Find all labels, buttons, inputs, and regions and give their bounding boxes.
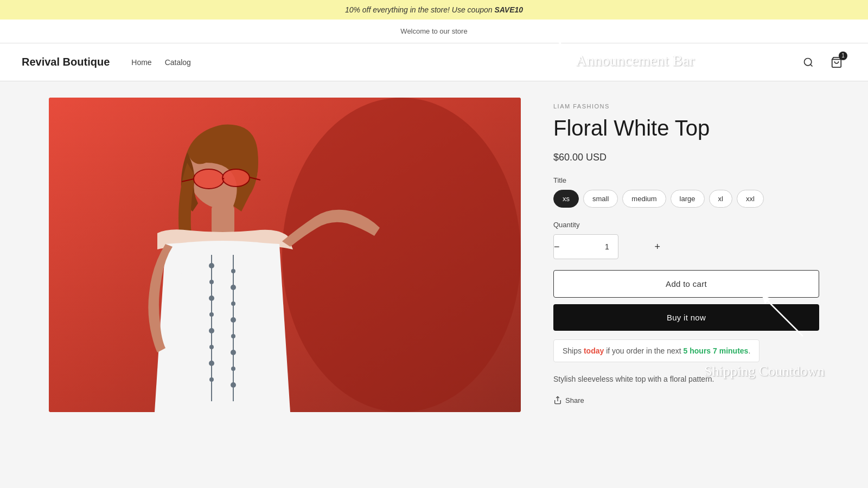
svg-point-17 [209,377,214,382]
search-button[interactable] [799,53,818,72]
svg-point-24 [231,367,235,371]
svg-line-28 [222,178,224,179]
title-option-label: Title [553,176,819,184]
quantity-increase-button[interactable]: + [655,235,661,259]
announcement-bar: 10% off everything in the store! Use cou… [0,0,868,20]
site-logo[interactable]: Revival Boutique [22,56,110,68]
size-btn-xxl[interactable]: xxl [737,190,764,208]
svg-point-21 [231,317,236,323]
svg-point-23 [231,350,236,355]
product-title: Floral White Top [553,115,819,141]
size-btn-medium[interactable]: medium [622,190,666,208]
size-btn-large[interactable]: large [671,190,705,208]
announcement-text: everything in the store! Use coupon [373,5,492,14]
cart-badge: 1 [839,52,847,60]
quantity-decrease-button[interactable]: − [554,235,560,259]
main-content: LIAM FASHIONS Floral White Top $60.00 US… [27,81,841,428]
nav-catalog[interactable]: Catalog [165,58,191,67]
shipping-timer: 5 hours 7 minutes [684,346,749,355]
quantity-control: − + [553,234,618,259]
nav-home[interactable]: Home [131,58,151,67]
announcement-coupon: SAVE10 [494,5,523,14]
svg-line-2 [810,64,813,66]
svg-point-12 [209,296,214,301]
size-btn-xs[interactable]: xs [553,190,579,208]
size-options: xs small medium large xl xxl [553,190,819,208]
svg-point-13 [209,312,214,317]
quantity-label: Quantity [553,221,819,229]
product-price: $60.00 USD [553,152,819,163]
svg-point-20 [231,301,235,306]
header-wrapper: Welcome to our store Announcement Bar Re… [0,20,868,81]
welcome-bar: Welcome to our store [0,20,868,43]
shipping-countdown-annotation: Shipping Countdown [704,363,825,380]
page-wrapper: 10% off everything in the store! Use cou… [0,0,868,428]
shipping-text-2: if you order in the next [606,346,681,355]
shipping-text-1: Ships [563,346,582,355]
header-actions: 1 [799,53,846,72]
svg-point-5 [282,98,521,412]
shipping-countdown: Ships today if you order in the next 5 h… [553,339,760,362]
buy-now-button[interactable]: Buy it now [553,304,819,331]
shipping-today: today [584,346,604,355]
svg-point-22 [231,334,235,338]
product-image-container [49,98,521,412]
product-image-svg [49,98,521,412]
svg-point-11 [209,280,214,284]
product-image [49,98,521,412]
product-details: LIAM FASHIONS Floral White Top $60.00 US… [553,98,819,412]
add-to-cart-button[interactable]: Add to cart [553,270,819,298]
share-label: Share [565,396,584,404]
cart-button[interactable]: 1 [827,53,846,72]
svg-point-14 [209,328,214,333]
share-button[interactable]: Share [553,396,584,404]
main-nav: Home Catalog [131,58,799,67]
share-icon [553,396,562,404]
header: Revival Boutique Home Catalog 1 [0,43,868,81]
svg-point-26 [194,169,224,189]
svg-point-15 [209,345,214,349]
size-btn-xl[interactable]: xl [709,190,732,208]
brand-name: LIAM FASHIONS [553,103,819,110]
quantity-input[interactable] [560,242,655,251]
announcement-discount: 10% off [345,5,371,14]
svg-point-1 [805,58,812,65]
welcome-text: Welcome to our store [400,27,467,35]
shipping-end: . [748,346,750,355]
svg-point-18 [231,269,235,273]
svg-point-19 [231,285,236,290]
search-icon [803,57,814,68]
svg-point-25 [231,382,236,388]
svg-point-10 [209,263,214,268]
svg-point-27 [222,169,250,187]
size-btn-small[interactable]: small [583,190,618,208]
svg-point-16 [209,361,214,366]
svg-rect-7 [212,206,234,233]
